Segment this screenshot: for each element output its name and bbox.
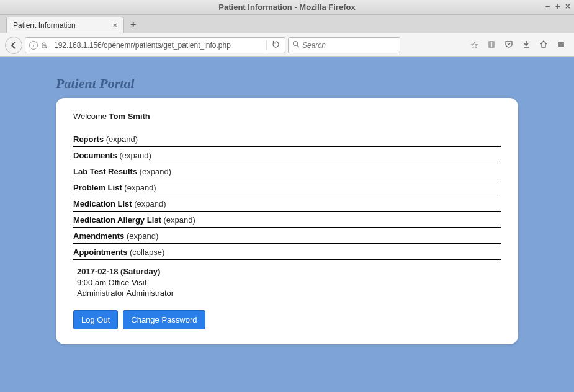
section-title: Lab Test Results xyxy=(73,167,137,176)
maximize-icon[interactable]: + xyxy=(555,1,560,11)
section-hint: (expand) xyxy=(161,215,195,225)
tab-label: Patient Information xyxy=(13,21,76,30)
window-controls: – + × xyxy=(545,1,570,11)
svg-point-0 xyxy=(294,42,298,46)
appointment-time-type: 9:00 am Office Visit xyxy=(77,277,501,288)
section-row[interactable]: Medication List (expand) xyxy=(73,195,501,212)
logout-button[interactable]: Log Out xyxy=(73,310,118,329)
section-row[interactable]: Documents (expand) xyxy=(73,147,501,163)
downloads-icon[interactable] xyxy=(522,40,531,50)
change-password-button[interactable]: Change Password xyxy=(123,310,205,329)
section-row[interactable]: Medication Allergy List (expand) xyxy=(73,212,501,228)
section-title: Medication List xyxy=(73,199,132,208)
search-bar[interactable] xyxy=(288,37,400,53)
search-input[interactable] xyxy=(302,41,396,50)
section-hint: (expand) xyxy=(122,183,156,192)
window-title: Patient Information - Mozilla Firefox xyxy=(218,2,355,12)
tab-strip: Patient Information × + xyxy=(0,15,574,33)
site-identity[interactable]: i xyxy=(25,41,52,50)
bookmark-star-icon[interactable]: ☆ xyxy=(470,40,478,51)
home-icon[interactable] xyxy=(539,40,548,50)
minimize-icon[interactable]: – xyxy=(545,1,550,11)
section-title: Medication Allergy List xyxy=(73,215,161,225)
portal-card: Welcome Tom Smith Reports (expand)Docume… xyxy=(56,98,518,344)
portal-title: Patient Portal xyxy=(0,57,574,98)
section-row[interactable]: Problem List (expand) xyxy=(73,179,501,195)
section-title: Appointments xyxy=(73,247,127,257)
browser-tab[interactable]: Patient Information × xyxy=(6,17,124,33)
section-title: Documents xyxy=(73,151,117,160)
section-hint: (expand) xyxy=(124,231,158,241)
pocket-icon[interactable] xyxy=(504,40,513,50)
reload-icon xyxy=(272,40,280,48)
new-tab-button[interactable]: + xyxy=(125,17,141,33)
section-hint: (expand) xyxy=(117,151,151,160)
lock-strike-icon xyxy=(40,42,48,49)
section-title: Reports xyxy=(73,135,104,144)
url-input[interactable] xyxy=(52,41,266,50)
section-title: Problem List xyxy=(73,183,122,192)
appointment-provider: Administrator Administrator xyxy=(77,288,501,299)
reload-button[interactable] xyxy=(266,40,285,50)
welcome-name: Tom Smith xyxy=(109,112,150,121)
appointment-date: 2017-02-18 (Saturday) xyxy=(77,266,501,277)
welcome-prefix: Welcome xyxy=(73,112,109,121)
button-row: Log Out Change Password xyxy=(73,310,501,329)
library-icon[interactable] xyxy=(487,40,496,50)
close-window-icon[interactable]: × xyxy=(565,1,570,11)
welcome-line: Welcome Tom Smith xyxy=(73,112,501,121)
menu-icon[interactable] xyxy=(557,40,565,50)
url-bar[interactable]: i xyxy=(25,37,285,53)
toolbar-icons: ☆ xyxy=(470,40,569,51)
section-hint: (collapse) xyxy=(127,247,164,257)
back-arrow-icon xyxy=(9,41,18,50)
section-hint: (expand) xyxy=(137,167,171,176)
section-hint: (expand) xyxy=(104,135,138,144)
tab-close-icon[interactable]: × xyxy=(112,20,117,30)
window-titlebar: Patient Information - Mozilla Firefox – … xyxy=(0,0,574,15)
section-row[interactable]: Amendments (expand) xyxy=(73,228,501,244)
back-button[interactable] xyxy=(5,37,22,54)
search-icon xyxy=(292,40,300,50)
section-hint: (expand) xyxy=(132,199,166,208)
page-content: Patient Portal Welcome Tom Smith Reports… xyxy=(0,57,574,392)
nav-toolbar: i ☆ xyxy=(0,33,574,57)
svg-rect-1 xyxy=(489,42,494,47)
info-icon: i xyxy=(29,41,38,50)
section-title: Amendments xyxy=(73,231,124,241)
section-row[interactable]: Appointments (collapse) xyxy=(73,244,501,260)
appointment-block: 2017-02-18 (Saturday) 9:00 am Office Vis… xyxy=(73,260,501,308)
section-row[interactable]: Lab Test Results (expand) xyxy=(73,163,501,179)
section-row[interactable]: Reports (expand) xyxy=(73,131,501,147)
